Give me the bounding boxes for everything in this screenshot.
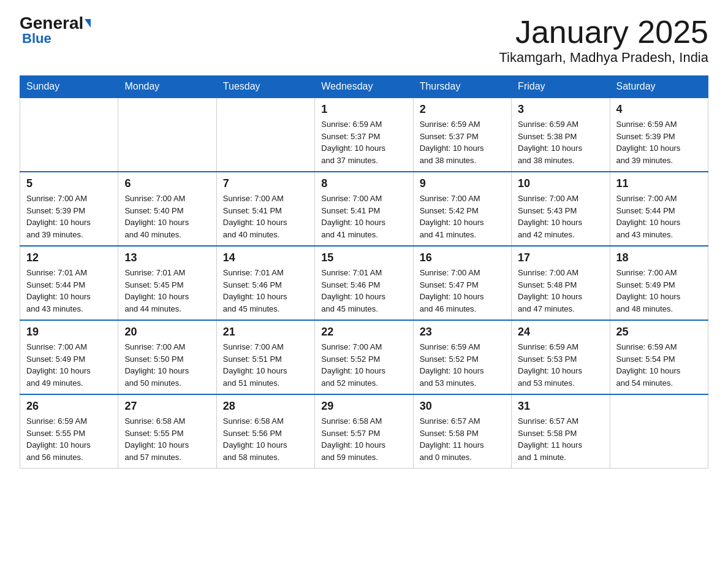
day-info: Sunrise: 6:58 AM Sunset: 5:57 PM Dayligh… xyxy=(321,415,406,463)
calendar-title: January 2025 xyxy=(499,15,708,50)
day-number: 19 xyxy=(26,326,112,339)
day-info: Sunrise: 6:59 AM Sunset: 5:37 PM Dayligh… xyxy=(321,118,406,166)
day-info: Sunrise: 6:57 AM Sunset: 5:58 PM Dayligh… xyxy=(420,415,505,463)
table-row xyxy=(118,98,216,172)
day-number: 18 xyxy=(616,251,702,264)
table-row: 25Sunrise: 6:59 AM Sunset: 5:54 PM Dayli… xyxy=(610,320,708,394)
calendar-week-row: 1Sunrise: 6:59 AM Sunset: 5:37 PM Daylig… xyxy=(20,98,708,172)
calendar-week-row: 19Sunrise: 7:00 AM Sunset: 5:49 PM Dayli… xyxy=(20,320,708,394)
day-number: 28 xyxy=(223,400,308,413)
table-row: 7Sunrise: 7:00 AM Sunset: 5:41 PM Daylig… xyxy=(216,172,314,246)
table-row: 5Sunrise: 7:00 AM Sunset: 5:39 PM Daylig… xyxy=(20,172,118,246)
day-info: Sunrise: 7:00 AM Sunset: 5:50 PM Dayligh… xyxy=(124,341,210,389)
table-row xyxy=(20,98,118,172)
table-row: 9Sunrise: 7:00 AM Sunset: 5:42 PM Daylig… xyxy=(413,172,511,246)
day-number: 26 xyxy=(26,400,112,413)
header-sunday: Sunday xyxy=(20,76,118,98)
table-row: 26Sunrise: 6:59 AM Sunset: 5:55 PM Dayli… xyxy=(20,394,118,469)
table-row: 28Sunrise: 6:58 AM Sunset: 5:56 PM Dayli… xyxy=(216,394,314,469)
calendar-week-row: 26Sunrise: 6:59 AM Sunset: 5:55 PM Dayli… xyxy=(20,394,708,469)
table-row: 22Sunrise: 7:00 AM Sunset: 5:52 PM Dayli… xyxy=(315,320,413,394)
day-number: 25 xyxy=(616,326,702,339)
day-info: Sunrise: 6:59 AM Sunset: 5:52 PM Dayligh… xyxy=(420,341,505,389)
day-number: 29 xyxy=(321,400,406,413)
calendar-week-row: 5Sunrise: 7:00 AM Sunset: 5:39 PM Daylig… xyxy=(20,172,708,246)
day-number: 23 xyxy=(420,326,505,339)
day-number: 6 xyxy=(124,177,210,190)
day-info: Sunrise: 7:00 AM Sunset: 5:41 PM Dayligh… xyxy=(321,193,406,240)
table-row: 16Sunrise: 7:00 AM Sunset: 5:47 PM Dayli… xyxy=(413,246,511,320)
title-block: January 2025 Tikamgarh, Madhya Pradesh, … xyxy=(499,15,708,66)
day-info: Sunrise: 6:59 AM Sunset: 5:54 PM Dayligh… xyxy=(616,341,702,389)
table-row: 27Sunrise: 6:58 AM Sunset: 5:55 PM Dayli… xyxy=(118,394,216,469)
header-monday: Monday xyxy=(118,76,216,98)
day-number: 31 xyxy=(518,400,603,413)
calendar-week-row: 12Sunrise: 7:01 AM Sunset: 5:44 PM Dayli… xyxy=(20,246,708,320)
logo-arrow-icon xyxy=(85,19,91,28)
day-info: Sunrise: 7:00 AM Sunset: 5:44 PM Dayligh… xyxy=(616,193,702,240)
day-info: Sunrise: 7:01 AM Sunset: 5:46 PM Dayligh… xyxy=(321,267,406,315)
day-info: Sunrise: 7:00 AM Sunset: 5:52 PM Dayligh… xyxy=(321,341,406,389)
header-saturday: Saturday xyxy=(610,76,708,98)
day-number: 2 xyxy=(420,103,505,116)
day-number: 10 xyxy=(518,177,603,190)
day-number: 22 xyxy=(321,326,406,339)
day-info: Sunrise: 7:00 AM Sunset: 5:41 PM Dayligh… xyxy=(223,193,308,240)
table-row: 10Sunrise: 7:00 AM Sunset: 5:43 PM Dayli… xyxy=(512,172,610,246)
day-info: Sunrise: 6:59 AM Sunset: 5:53 PM Dayligh… xyxy=(518,341,603,389)
day-number: 24 xyxy=(518,326,603,339)
day-number: 8 xyxy=(321,177,406,190)
table-row: 6Sunrise: 7:00 AM Sunset: 5:40 PM Daylig… xyxy=(118,172,216,246)
table-row: 20Sunrise: 7:00 AM Sunset: 5:50 PM Dayli… xyxy=(118,320,216,394)
day-number: 17 xyxy=(518,251,603,264)
table-row: 24Sunrise: 6:59 AM Sunset: 5:53 PM Dayli… xyxy=(512,320,610,394)
day-info: Sunrise: 6:58 AM Sunset: 5:55 PM Dayligh… xyxy=(124,415,210,463)
table-row: 18Sunrise: 7:00 AM Sunset: 5:49 PM Dayli… xyxy=(610,246,708,320)
table-row: 4Sunrise: 6:59 AM Sunset: 5:39 PM Daylig… xyxy=(610,98,708,172)
day-info: Sunrise: 7:00 AM Sunset: 5:48 PM Dayligh… xyxy=(518,267,603,315)
day-number: 21 xyxy=(223,326,308,339)
table-row: 1Sunrise: 6:59 AM Sunset: 5:37 PM Daylig… xyxy=(315,98,413,172)
table-row: 13Sunrise: 7:01 AM Sunset: 5:45 PM Dayli… xyxy=(118,246,216,320)
table-row: 23Sunrise: 6:59 AM Sunset: 5:52 PM Dayli… xyxy=(413,320,511,394)
day-info: Sunrise: 6:59 AM Sunset: 5:55 PM Dayligh… xyxy=(26,415,112,463)
calendar-header-row: Sunday Monday Tuesday Wednesday Thursday… xyxy=(20,76,708,98)
day-number: 1 xyxy=(321,103,406,116)
day-info: Sunrise: 7:00 AM Sunset: 5:49 PM Dayligh… xyxy=(616,267,702,315)
day-info: Sunrise: 7:00 AM Sunset: 5:39 PM Dayligh… xyxy=(26,193,112,240)
day-number: 14 xyxy=(223,251,308,264)
day-number: 13 xyxy=(124,251,210,264)
day-info: Sunrise: 6:59 AM Sunset: 5:37 PM Dayligh… xyxy=(420,118,505,166)
logo-general-text: General xyxy=(20,15,83,32)
day-number: 7 xyxy=(223,177,308,190)
day-number: 12 xyxy=(26,251,112,264)
day-info: Sunrise: 7:00 AM Sunset: 5:43 PM Dayligh… xyxy=(518,193,603,240)
day-info: Sunrise: 7:01 AM Sunset: 5:46 PM Dayligh… xyxy=(223,267,308,315)
day-info: Sunrise: 6:57 AM Sunset: 5:58 PM Dayligh… xyxy=(518,415,603,463)
logo: General Blue xyxy=(20,15,91,47)
calendar-table: Sunday Monday Tuesday Wednesday Thursday… xyxy=(20,75,708,469)
table-row: 2Sunrise: 6:59 AM Sunset: 5:37 PM Daylig… xyxy=(413,98,511,172)
day-number: 15 xyxy=(321,251,406,264)
header-friday: Friday xyxy=(512,76,610,98)
day-info: Sunrise: 7:00 AM Sunset: 5:40 PM Dayligh… xyxy=(124,193,210,240)
table-row: 11Sunrise: 7:00 AM Sunset: 5:44 PM Dayli… xyxy=(610,172,708,246)
day-info: Sunrise: 6:59 AM Sunset: 5:38 PM Dayligh… xyxy=(518,118,603,166)
table-row: 8Sunrise: 7:00 AM Sunset: 5:41 PM Daylig… xyxy=(315,172,413,246)
table-row: 15Sunrise: 7:01 AM Sunset: 5:46 PM Dayli… xyxy=(315,246,413,320)
table-row: 19Sunrise: 7:00 AM Sunset: 5:49 PM Dayli… xyxy=(20,320,118,394)
table-row: 29Sunrise: 6:58 AM Sunset: 5:57 PM Dayli… xyxy=(315,394,413,469)
day-info: Sunrise: 7:00 AM Sunset: 5:47 PM Dayligh… xyxy=(420,267,505,315)
day-number: 27 xyxy=(124,400,210,413)
table-row: 21Sunrise: 7:00 AM Sunset: 5:51 PM Dayli… xyxy=(216,320,314,394)
day-info: Sunrise: 7:01 AM Sunset: 5:45 PM Dayligh… xyxy=(124,267,210,315)
day-info: Sunrise: 7:00 AM Sunset: 5:49 PM Dayligh… xyxy=(26,341,112,389)
logo-blue-text: Blue xyxy=(22,31,51,47)
day-info: Sunrise: 6:59 AM Sunset: 5:39 PM Dayligh… xyxy=(616,118,702,166)
table-row xyxy=(610,394,708,469)
day-number: 9 xyxy=(420,177,505,190)
table-row xyxy=(216,98,314,172)
header-thursday: Thursday xyxy=(413,76,511,98)
table-row: 14Sunrise: 7:01 AM Sunset: 5:46 PM Dayli… xyxy=(216,246,314,320)
header-wednesday: Wednesday xyxy=(315,76,413,98)
